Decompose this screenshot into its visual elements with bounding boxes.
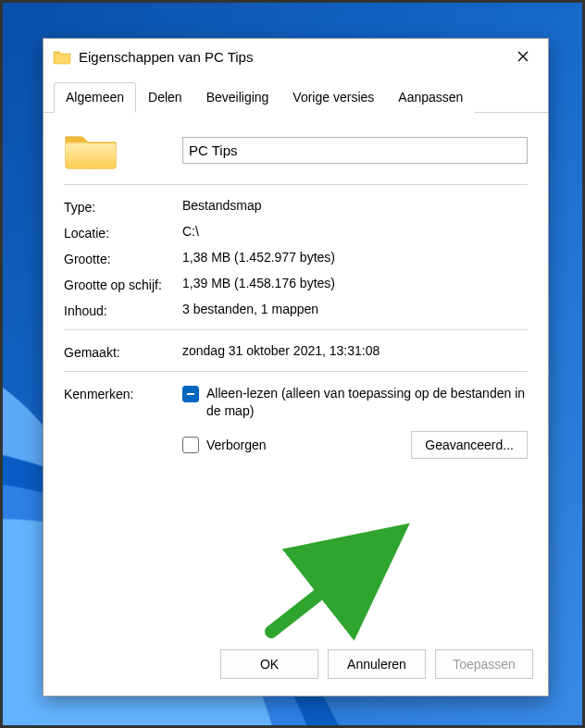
value-size: 1,38 MB (1.452.977 bytes) bbox=[182, 250, 528, 265]
value-location: C:\ bbox=[182, 224, 528, 239]
value-contains: 3 bestanden, 1 mappen bbox=[182, 302, 528, 316]
folder-name-input[interactable] bbox=[182, 137, 528, 164]
folder-icon bbox=[53, 47, 71, 66]
title-bar: Eigenschappen van PC Tips bbox=[44, 39, 548, 74]
label-attributes: Kenmerken: bbox=[64, 385, 182, 401]
tab-versions[interactable]: Vorige versies bbox=[280, 82, 386, 113]
value-created: zondag 31 oktober 2021, 13:31:08 bbox=[182, 343, 528, 358]
advanced-button[interactable]: Geavanceerd... bbox=[411, 431, 528, 459]
window-title: Eigenschappen van PC Tips bbox=[79, 49, 504, 65]
value-type: Bestandsmap bbox=[182, 198, 528, 213]
readonly-label: Alleen-lezen (alleen van toepassing op d… bbox=[206, 385, 528, 420]
tab-customize[interactable]: Aanpassen bbox=[386, 82, 475, 113]
readonly-checkbox[interactable] bbox=[182, 386, 199, 402]
label-contains: Inhoud: bbox=[64, 302, 182, 318]
cancel-button[interactable]: Annuleren bbox=[328, 649, 426, 679]
ok-button[interactable]: OK bbox=[220, 649, 318, 679]
label-location: Locatie: bbox=[64, 224, 182, 241]
divider bbox=[64, 329, 528, 330]
dialog-footer: OK Annuleren Toepassen bbox=[44, 636, 548, 696]
apply-button[interactable]: Toepassen bbox=[435, 649, 533, 679]
divider bbox=[64, 371, 528, 372]
tab-strip: Algemeen Delen Beveiliging Vorige versie… bbox=[44, 81, 548, 113]
value-size-on-disk: 1,39 MB (1.458.176 bytes) bbox=[182, 276, 528, 290]
tab-share[interactable]: Delen bbox=[136, 82, 194, 113]
hidden-label: Verborgen bbox=[206, 438, 267, 452]
divider bbox=[64, 184, 528, 185]
properties-dialog: Eigenschappen van PC Tips Algemeen Delen… bbox=[43, 38, 549, 697]
close-button[interactable] bbox=[504, 43, 542, 70]
tab-security[interactable]: Beveiliging bbox=[194, 82, 281, 113]
tab-general[interactable]: Algemeen bbox=[54, 82, 136, 113]
hidden-checkbox[interactable] bbox=[182, 437, 199, 453]
label-size: Grootte: bbox=[64, 250, 182, 266]
tab-panel-general: Type: Bestandsmap Locatie: C:\ Grootte: … bbox=[44, 113, 548, 636]
label-type: Type: bbox=[64, 198, 182, 215]
label-size-on-disk: Grootte op schijf: bbox=[64, 276, 182, 292]
label-created: Gemaakt: bbox=[64, 343, 182, 360]
folder-icon-large bbox=[64, 128, 182, 173]
